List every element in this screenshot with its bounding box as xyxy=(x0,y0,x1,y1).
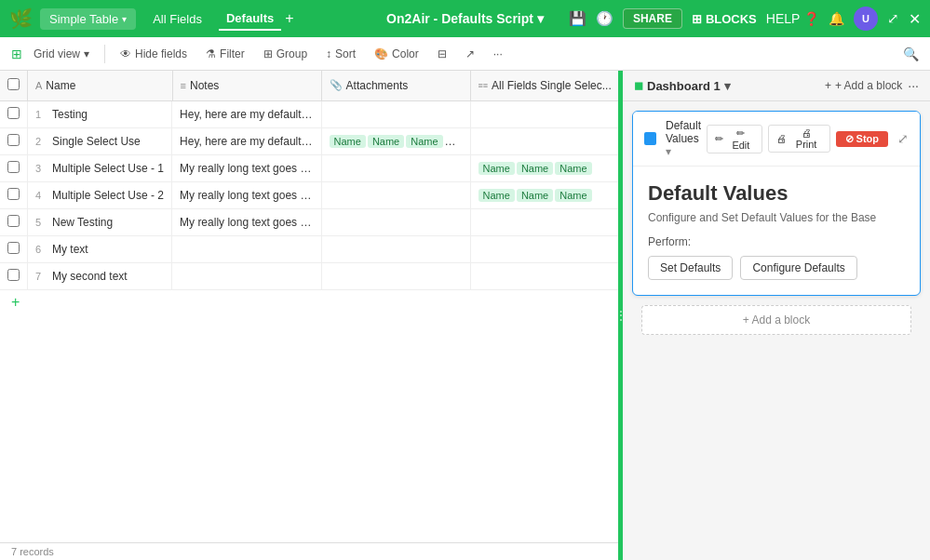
attachments-cell xyxy=(321,154,470,181)
color-icon: 🎨 xyxy=(374,47,388,60)
status-bar: 7 records xyxy=(0,542,618,560)
group-icon: ⊞ xyxy=(263,47,273,60)
more-options-button[interactable]: ··· xyxy=(486,44,510,64)
block-print-button[interactable]: 🖨 🖨 Print xyxy=(768,125,830,153)
more-icon: ··· xyxy=(493,47,503,60)
configure-defaults-button[interactable]: Configure Defaults xyxy=(740,256,856,280)
attachments-cell xyxy=(321,235,470,262)
name-cell: 7My second text xyxy=(28,263,172,289)
action-buttons: Set Defaults Configure Defaults xyxy=(648,256,905,280)
block-stop-button[interactable]: ⊘ Stop xyxy=(836,131,888,147)
row-checkbox[interactable] xyxy=(7,269,20,281)
row-number: 5 xyxy=(35,217,48,228)
attachments-cell xyxy=(321,208,470,235)
topbar-right: 💾 🕐 SHARE ⊞ BLOCKS HELP ❓ 🔔 U ⤢ ✕ xyxy=(569,7,921,31)
tag: Name xyxy=(330,135,366,148)
single-select-cell xyxy=(470,100,618,127)
col-single-select[interactable]: ≡≡ All Fields Single Selec... xyxy=(470,71,618,100)
tag: Name xyxy=(478,189,515,202)
history-button[interactable]: 🕐 xyxy=(596,10,613,27)
blocks-button[interactable]: ⊞ BLOCKS xyxy=(692,12,757,26)
sort-button[interactable]: ↕ Sort xyxy=(318,44,363,64)
row-checkbox[interactable] xyxy=(7,188,20,200)
row-number: 2 xyxy=(35,136,48,147)
attachments-cell: NameNameNameNam xyxy=(321,127,470,154)
name-cell: 3Multiple Select Use - 1 xyxy=(28,155,172,181)
right-panel: ◼ Dashboard 1 ▾ + + Add a block ··· Defa… xyxy=(623,71,930,560)
block-heading: Default Values xyxy=(648,181,905,206)
name-value: Multiple Select Use - 1 xyxy=(52,162,164,175)
single-select-cell xyxy=(470,235,618,262)
add-row-button[interactable]: + xyxy=(0,290,618,314)
row-height-button[interactable]: ⊟ xyxy=(430,44,454,64)
block-edit-button[interactable]: ✏ ✏ Edit xyxy=(707,125,762,153)
notes-field-icon: ≡ xyxy=(181,80,186,91)
panel-divider[interactable] xyxy=(618,71,623,560)
eye-icon: 👁 xyxy=(120,47,131,60)
row-checkbox[interactable] xyxy=(7,242,20,254)
name-value: Testing xyxy=(52,108,88,121)
tab-all-fields[interactable]: All Fields xyxy=(145,8,209,30)
block-container: Default Values ▾ ✏ ✏ Edit 🖨 🖨 Print ⊘ St… xyxy=(623,101,930,560)
notifications-button[interactable]: 🔔 xyxy=(829,11,844,26)
filter-button[interactable]: ⚗ Filter xyxy=(198,44,252,64)
notes-cell: Hey, here are my default n... xyxy=(172,127,321,154)
table-row: 5New TestingMy really long text goes her… xyxy=(0,208,618,235)
plus-icon: + xyxy=(825,79,831,92)
col-attachments[interactable]: 📎 Attachments xyxy=(321,71,470,100)
table-row: 6My textrecNBk4 xyxy=(0,235,618,262)
checkbox-header[interactable] xyxy=(0,71,28,100)
notes-cell: My really long text goes here xyxy=(172,181,321,208)
group-button[interactable]: ⊞ Group xyxy=(256,44,315,64)
add-tab-button[interactable]: + xyxy=(285,10,293,27)
col-notes[interactable]: ≡ Notes xyxy=(172,71,321,100)
table-name-dropdown[interactable]: Simple Table ▾ xyxy=(40,8,136,30)
table-body: 1TestingHey, here are my default n...rec… xyxy=(0,100,618,289)
row-checkbox[interactable] xyxy=(7,215,20,227)
share-button[interactable]: SHARE xyxy=(623,8,682,29)
row-number: 1 xyxy=(35,109,48,120)
color-button[interactable]: 🎨 Color xyxy=(367,44,426,64)
notes-cell xyxy=(172,262,321,289)
dashboard-chevron-icon[interactable]: ▾ xyxy=(724,79,731,93)
row-height-icon: ⊟ xyxy=(438,47,447,60)
save-button[interactable]: 💾 xyxy=(569,10,586,27)
notes-cell: My really long text goes here xyxy=(172,154,321,181)
row-checkbox[interactable] xyxy=(7,161,20,173)
data-table: A Name ≡ Notes 📎 xyxy=(0,71,618,290)
select-all-checkbox[interactable] xyxy=(7,78,20,90)
block-expand-button[interactable]: ⤢ xyxy=(897,131,909,146)
help-button[interactable]: HELP ❓ xyxy=(766,11,819,26)
row-checkbox[interactable] xyxy=(7,134,20,146)
set-defaults-button[interactable]: Set Defaults xyxy=(648,256,733,280)
logo: 🌿 xyxy=(9,7,33,30)
expand-button[interactable]: ⤢ xyxy=(887,10,899,27)
block-body: Default Values Configure and Set Default… xyxy=(633,167,920,295)
blocks-grid-icon: ⊞ xyxy=(692,12,702,26)
name-value: My text xyxy=(52,243,88,256)
grid-view-button[interactable]: Grid view ▾ xyxy=(26,44,97,64)
name-cell: 4Multiple Select Use - 2 xyxy=(28,182,172,208)
table-row: 4Multiple Select Use - 2My really long t… xyxy=(0,181,618,208)
block-header: Default Values ▾ ✏ ✏ Edit 🖨 🖨 Print ⊘ St… xyxy=(633,112,920,167)
tab-defaults[interactable]: Defaults xyxy=(219,7,281,31)
tag: Name xyxy=(555,189,591,202)
add-block-bottom[interactable]: + Add a block xyxy=(641,305,911,335)
row-checkbox[interactable] xyxy=(7,107,20,119)
avatar[interactable]: U xyxy=(854,7,878,31)
add-block-button[interactable]: + + Add a block xyxy=(825,79,902,92)
col-name[interactable]: A Name xyxy=(28,71,173,100)
tag: Name xyxy=(517,189,553,202)
close-button[interactable]: ✕ xyxy=(909,10,921,28)
single-select-cell: NameNameName xyxy=(470,181,618,208)
name-value: Multiple Select Use - 2 xyxy=(52,189,164,202)
share-view-button[interactable]: ↗ xyxy=(458,44,482,64)
main-area: A Name ≡ Notes 📎 xyxy=(0,71,930,560)
name-value: My second text xyxy=(52,270,128,283)
dashboard-icon: ◼ xyxy=(634,79,643,92)
table-row: 2Single Select UseHey, here are my defau… xyxy=(0,127,618,154)
hide-fields-button[interactable]: 👁 Hide fields xyxy=(113,44,195,64)
tag: Name xyxy=(368,135,404,148)
search-button[interactable]: 🔍 xyxy=(903,47,919,61)
panel-more-button[interactable]: ··· xyxy=(908,78,919,93)
